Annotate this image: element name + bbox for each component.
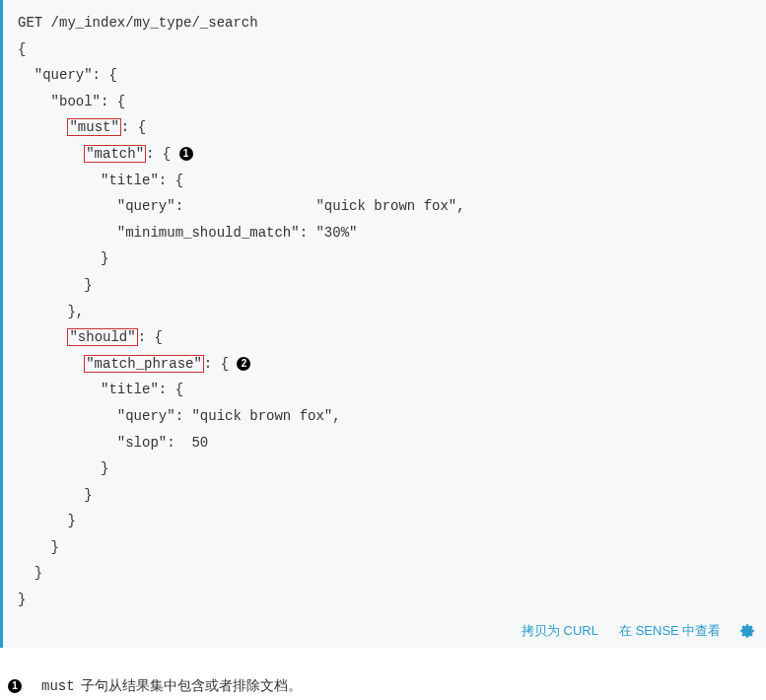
code-line: "title": { xyxy=(18,382,183,397)
code-line: } xyxy=(18,592,26,607)
code-block: GET /my_index/my_type/_search { "query":… xyxy=(0,0,766,648)
code-line: { xyxy=(18,41,26,57)
code-line: } xyxy=(18,539,59,555)
highlight-match: "match" xyxy=(84,145,146,163)
code-line: GET /my_index/my_type/_search xyxy=(18,15,258,31)
code-line: "slop": 50 xyxy=(18,435,208,451)
code-line: "query": "quick brown fox", xyxy=(18,198,465,214)
code-line: "query": { xyxy=(18,67,117,83)
code-line: "minimum_should_match": "30%" xyxy=(18,225,357,241)
callout-1-ref-icon: 1 xyxy=(8,679,22,693)
highlight-must: "must" xyxy=(67,118,120,136)
callout-1-icon[interactable]: 1 xyxy=(179,147,193,161)
code-line xyxy=(18,119,67,135)
callout-item-1: 1 must子句从结果集中包含或者排除文档。 xyxy=(8,677,758,695)
code-line xyxy=(18,356,84,372)
code-line: } xyxy=(18,513,76,528)
code-line xyxy=(18,329,67,345)
highlight-should: "should" xyxy=(67,328,137,346)
code-line: "query": "quick brown fox", xyxy=(18,408,341,424)
view-sense-link[interactable]: 在 SENSE 中查看 xyxy=(619,623,721,638)
callout-1-text: must子句从结果集中包含或者排除文档。 xyxy=(41,677,302,695)
code-line xyxy=(18,146,84,162)
callout-list: 1 must子句从结果集中包含或者排除文档。 2 should子句增加了匹配到文… xyxy=(0,677,766,700)
code-line: } xyxy=(18,487,93,503)
code-line: } xyxy=(18,250,108,266)
code-content: GET /my_index/my_type/_search { "query":… xyxy=(18,10,751,613)
code-line: } xyxy=(18,565,42,581)
gear-icon[interactable] xyxy=(740,624,754,638)
code-line: } xyxy=(18,277,93,293)
copy-curl-link[interactable]: 拷贝为 CURL xyxy=(522,623,598,638)
callout-2-icon[interactable]: 2 xyxy=(237,357,250,371)
code-toolbar: 拷贝为 CURL 在 SENSE 中查看 xyxy=(504,622,754,640)
code-line: } xyxy=(18,460,108,476)
code-line: }, xyxy=(18,304,84,319)
highlight-match-phrase: "match_phrase" xyxy=(84,355,204,373)
code-line: "title": { xyxy=(18,173,183,188)
code-line: "bool": { xyxy=(18,94,125,109)
